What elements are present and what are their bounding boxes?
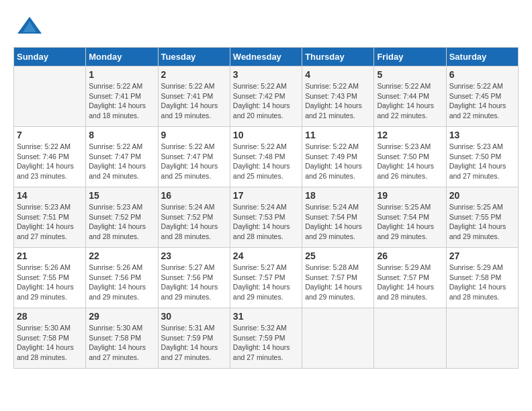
day-info: Sunrise: 5:28 AM Sunset: 7:57 PM Dayligh…: [305, 263, 371, 302]
day-number: 22: [89, 250, 154, 261]
col-header-tuesday: Tuesday: [158, 48, 230, 66]
day-info: Sunrise: 5:25 AM Sunset: 7:55 PM Dayligh…: [449, 202, 515, 242]
day-info: Sunrise: 5:27 AM Sunset: 7:57 PM Dayligh…: [233, 263, 299, 302]
day-info: Sunrise: 5:24 AM Sunset: 7:52 PM Dayligh…: [161, 202, 227, 242]
calendar-week-3: 14Sunrise: 5:23 AM Sunset: 7:51 PM Dayli…: [14, 187, 519, 248]
calendar-cell: 16Sunrise: 5:24 AM Sunset: 7:52 PM Dayli…: [158, 187, 230, 248]
day-info: Sunrise: 5:26 AM Sunset: 7:55 PM Dayligh…: [17, 263, 83, 302]
calendar-week-5: 28Sunrise: 5:30 AM Sunset: 7:58 PM Dayli…: [14, 308, 519, 369]
day-number: 12: [377, 130, 443, 140]
day-number: 9: [161, 130, 227, 140]
calendar-cell: 19Sunrise: 5:25 AM Sunset: 7:54 PM Dayli…: [374, 187, 446, 248]
day-number: 19: [377, 190, 443, 201]
page-header: [13, 13, 519, 40]
calendar-cell: [302, 308, 374, 369]
day-number: 2: [161, 69, 227, 80]
calendar-week-4: 21Sunrise: 5:26 AM Sunset: 7:55 PM Dayli…: [14, 248, 519, 308]
calendar-cell: 4Sunrise: 5:22 AM Sunset: 7:43 PM Daylig…: [302, 66, 374, 127]
day-info: Sunrise: 5:22 AM Sunset: 7:41 PM Dayligh…: [89, 81, 154, 121]
day-info: Sunrise: 5:30 AM Sunset: 7:58 PM Dayligh…: [17, 323, 83, 363]
day-info: Sunrise: 5:32 AM Sunset: 7:59 PM Dayligh…: [233, 323, 299, 363]
calendar-cell: 23Sunrise: 5:27 AM Sunset: 7:56 PM Dayli…: [158, 248, 230, 308]
day-number: 13: [449, 130, 515, 140]
calendar-cell: 13Sunrise: 5:23 AM Sunset: 7:50 PM Dayli…: [446, 127, 518, 187]
day-number: 27: [449, 250, 515, 261]
calendar-cell: 20Sunrise: 5:25 AM Sunset: 7:55 PM Dayli…: [446, 187, 518, 248]
col-header-saturday: Saturday: [446, 48, 518, 66]
day-info: Sunrise: 5:29 AM Sunset: 7:57 PM Dayligh…: [377, 263, 443, 302]
calendar-cell: 7Sunrise: 5:22 AM Sunset: 7:46 PM Daylig…: [14, 127, 86, 187]
day-number: 14: [17, 190, 83, 201]
calendar-cell: 5Sunrise: 5:22 AM Sunset: 7:44 PM Daylig…: [374, 66, 446, 127]
day-number: 26: [377, 250, 443, 261]
calendar-cell: 24Sunrise: 5:27 AM Sunset: 7:57 PM Dayli…: [230, 248, 302, 308]
day-info: Sunrise: 5:22 AM Sunset: 7:45 PM Dayligh…: [449, 81, 515, 121]
day-number: 4: [305, 69, 371, 80]
day-info: Sunrise: 5:31 AM Sunset: 7:59 PM Dayligh…: [161, 323, 227, 363]
calendar-cell: 2Sunrise: 5:22 AM Sunset: 7:41 PM Daylig…: [158, 66, 230, 127]
day-number: 10: [233, 130, 299, 140]
calendar-table: SundayMondayTuesdayWednesdayThursdayFrid…: [13, 47, 519, 369]
logo: [13, 13, 43, 40]
calendar-cell: 21Sunrise: 5:26 AM Sunset: 7:55 PM Dayli…: [14, 248, 86, 308]
calendar-cell: 10Sunrise: 5:22 AM Sunset: 7:48 PM Dayli…: [230, 127, 302, 187]
calendar-cell: 26Sunrise: 5:29 AM Sunset: 7:57 PM Dayli…: [374, 248, 446, 308]
calendar-cell: 28Sunrise: 5:30 AM Sunset: 7:58 PM Dayli…: [14, 308, 86, 369]
col-header-monday: Monday: [86, 48, 158, 66]
day-number: 18: [305, 190, 371, 201]
day-number: 6: [449, 69, 515, 80]
calendar-cell: 18Sunrise: 5:24 AM Sunset: 7:54 PM Dayli…: [302, 187, 374, 248]
calendar-cell: 25Sunrise: 5:28 AM Sunset: 7:57 PM Dayli…: [302, 248, 374, 308]
calendar-cell: [14, 66, 86, 127]
day-info: Sunrise: 5:22 AM Sunset: 7:46 PM Dayligh…: [17, 142, 83, 181]
header-row: SundayMondayTuesdayWednesdayThursdayFrid…: [14, 48, 519, 66]
day-number: 25: [305, 250, 371, 261]
day-number: 11: [305, 130, 371, 140]
calendar-cell: 15Sunrise: 5:23 AM Sunset: 7:52 PM Dayli…: [86, 187, 158, 248]
day-number: 16: [161, 190, 227, 201]
calendar-cell: [446, 308, 518, 369]
calendar-week-1: 1Sunrise: 5:22 AM Sunset: 7:41 PM Daylig…: [14, 66, 519, 127]
logo-icon: [16, 13, 43, 40]
col-header-thursday: Thursday: [302, 48, 374, 66]
col-header-sunday: Sunday: [14, 48, 86, 66]
day-info: Sunrise: 5:22 AM Sunset: 7:42 PM Dayligh…: [233, 81, 299, 121]
day-info: Sunrise: 5:25 AM Sunset: 7:54 PM Dayligh…: [377, 202, 443, 242]
day-number: 23: [161, 250, 227, 261]
col-header-wednesday: Wednesday: [230, 48, 302, 66]
day-number: 20: [449, 190, 515, 201]
day-info: Sunrise: 5:24 AM Sunset: 7:54 PM Dayligh…: [305, 202, 371, 242]
calendar-cell: 6Sunrise: 5:22 AM Sunset: 7:45 PM Daylig…: [446, 66, 518, 127]
day-info: Sunrise: 5:22 AM Sunset: 7:41 PM Dayligh…: [161, 81, 227, 121]
day-number: 1: [89, 69, 154, 80]
calendar-cell: 12Sunrise: 5:23 AM Sunset: 7:50 PM Dayli…: [374, 127, 446, 187]
day-number: 29: [89, 311, 154, 322]
calendar-cell: 14Sunrise: 5:23 AM Sunset: 7:51 PM Dayli…: [14, 187, 86, 248]
calendar-cell: [374, 308, 446, 369]
calendar-cell: 22Sunrise: 5:26 AM Sunset: 7:56 PM Dayli…: [86, 248, 158, 308]
calendar-cell: 11Sunrise: 5:22 AM Sunset: 7:49 PM Dayli…: [302, 127, 374, 187]
day-number: 21: [17, 250, 83, 261]
day-info: Sunrise: 5:22 AM Sunset: 7:43 PM Dayligh…: [305, 81, 371, 121]
day-number: 3: [233, 69, 299, 80]
day-number: 5: [377, 69, 443, 80]
day-number: 24: [233, 250, 299, 261]
calendar-cell: 31Sunrise: 5:32 AM Sunset: 7:59 PM Dayli…: [230, 308, 302, 369]
day-number: 28: [17, 311, 83, 322]
calendar-cell: 3Sunrise: 5:22 AM Sunset: 7:42 PM Daylig…: [230, 66, 302, 127]
calendar-week-2: 7Sunrise: 5:22 AM Sunset: 7:46 PM Daylig…: [14, 127, 519, 187]
calendar-cell: 8Sunrise: 5:22 AM Sunset: 7:47 PM Daylig…: [86, 127, 158, 187]
day-info: Sunrise: 5:24 AM Sunset: 7:53 PM Dayligh…: [233, 202, 299, 242]
day-number: 15: [89, 190, 154, 201]
calendar-cell: 29Sunrise: 5:30 AM Sunset: 7:58 PM Dayli…: [86, 308, 158, 369]
day-info: Sunrise: 5:22 AM Sunset: 7:48 PM Dayligh…: [233, 142, 299, 181]
day-info: Sunrise: 5:22 AM Sunset: 7:49 PM Dayligh…: [305, 142, 371, 181]
col-header-friday: Friday: [374, 48, 446, 66]
day-number: 31: [233, 311, 299, 322]
day-info: Sunrise: 5:22 AM Sunset: 7:44 PM Dayligh…: [377, 81, 443, 121]
day-number: 8: [89, 130, 154, 140]
day-info: Sunrise: 5:23 AM Sunset: 7:52 PM Dayligh…: [89, 202, 154, 242]
day-info: Sunrise: 5:23 AM Sunset: 7:50 PM Dayligh…: [377, 142, 443, 181]
calendar-cell: 30Sunrise: 5:31 AM Sunset: 7:59 PM Dayli…: [158, 308, 230, 369]
day-number: 7: [17, 130, 83, 140]
